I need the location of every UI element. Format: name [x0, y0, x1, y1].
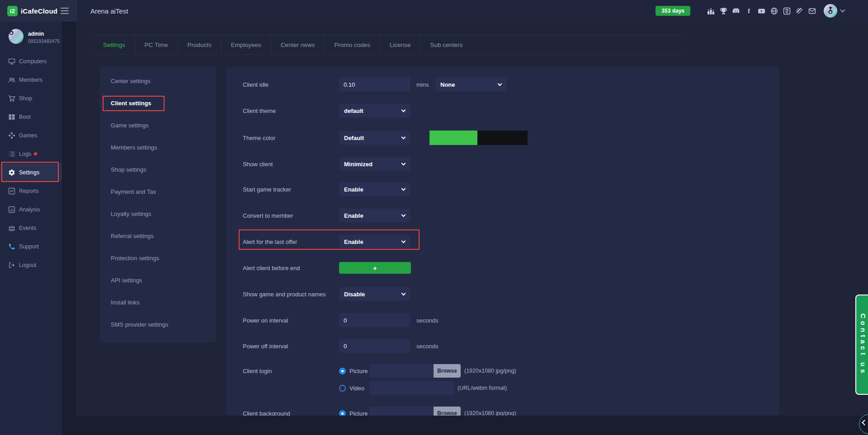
row-client-background-picture: Client background Picture Browse (1920x1…: [243, 407, 516, 416]
submenu-sms-provider-settings[interactable]: SMS provider settings: [100, 313, 216, 336]
show-game-product-names-select[interactable]: Disable: [339, 287, 410, 301]
client-theme-select[interactable]: default: [339, 104, 410, 117]
trophy-icon[interactable]: [720, 7, 727, 15]
start-game-tracker-select[interactable]: Enable: [339, 182, 410, 196]
row-alert-before-end: Alert client before end +: [243, 261, 411, 275]
theme-color-swatch[interactable]: [429, 131, 528, 145]
sidebar: admin 005193482475 Computers Members Sho…: [0, 22, 62, 435]
youtube-icon[interactable]: [758, 7, 765, 15]
tab-sub-centers[interactable]: Sub centers: [421, 35, 472, 54]
sidebar-user-id: 005193482475: [28, 38, 60, 44]
tab-promo-codes[interactable]: Promo codes: [325, 35, 380, 54]
client-login-video-radio[interactable]: [339, 385, 346, 392]
submenu-loyalty-settings[interactable]: Loyalty settings: [100, 203, 216, 225]
avatar-dropdown-chevron-icon[interactable]: [840, 7, 845, 12]
mail-icon[interactable]: [808, 7, 816, 15]
power-on-interval-input[interactable]: 0: [339, 313, 410, 327]
submenu-game-settings[interactable]: Game settings: [100, 114, 216, 136]
theme-color-black: [477, 131, 528, 145]
power-off-interval-input[interactable]: 0: [339, 339, 410, 353]
submenu-payment-and-tax[interactable]: Payment and Tax: [100, 181, 216, 203]
tab-employees[interactable]: Employees: [222, 35, 271, 54]
client-idle-action-select[interactable]: None: [435, 78, 506, 91]
sidebar-item-computers[interactable]: Computers: [0, 52, 62, 70]
submenu-api-settings[interactable]: API settings: [100, 269, 216, 291]
tab-center-news[interactable]: Center news: [271, 35, 325, 54]
submenu-referral-settings[interactable]: Referral settings: [100, 225, 216, 247]
tab-settings[interactable]: Settings: [94, 35, 135, 54]
chevron-down-icon: [401, 239, 406, 243]
chevron-down-icon: [401, 213, 406, 217]
sidebar-item-support[interactable]: Support: [0, 237, 62, 256]
client-background-file-input[interactable]: Browse: [369, 407, 461, 416]
row-show-game-product-names: Show game and product names Disable: [243, 287, 410, 301]
client-login-picture-radio[interactable]: [339, 368, 346, 374]
show-client-select[interactable]: Minimized: [339, 157, 410, 171]
client-login-picture-file-input[interactable]: Browse: [369, 364, 461, 378]
license-days-badge[interactable]: 353 days: [656, 6, 690, 16]
sidebar-item-shop[interactable]: Shop: [0, 89, 62, 108]
alert-last-offer-select[interactable]: Enable: [339, 235, 410, 248]
discord-icon[interactable]: [732, 7, 740, 15]
sidebar-item-members[interactable]: Members: [0, 70, 62, 89]
theme-color-select[interactable]: Default: [339, 131, 410, 145]
sidebar-item-reports[interactable]: Reports: [0, 182, 62, 200]
topbar-actions: 353 days f: [656, 0, 844, 22]
facebook-icon[interactable]: f: [745, 7, 753, 15]
tabbar: Settings PC Time Products Employees Cent…: [94, 35, 685, 55]
icafe-site-icon[interactable]: [783, 7, 791, 15]
sidebar-item-logs[interactable]: Logs: [0, 145, 62, 163]
submenu-install-links[interactable]: Install links: [100, 291, 216, 313]
client-settings-form: Client idle 0.10 mins None Client theme …: [226, 67, 779, 416]
sidebar-item-settings[interactable]: Settings: [0, 163, 62, 182]
sidebar-item-boot[interactable]: Boot: [0, 108, 62, 126]
settings-submenu: Center settings Client settings Game set…: [100, 67, 216, 342]
sidebar-avatar[interactable]: [9, 29, 24, 44]
row-client-theme: Client theme default: [243, 104, 410, 117]
globe-icon[interactable]: [770, 7, 778, 15]
row-show-client: Show client Minimized: [243, 157, 410, 171]
chevron-left-icon: [862, 420, 868, 426]
topbar-brand-area: i2 iCafeCloud: [0, 0, 77, 22]
client-login-picture-browse-button[interactable]: Browse: [434, 364, 461, 378]
chevron-down-icon: [401, 108, 406, 112]
hamburger-menu-icon[interactable]: [61, 8, 69, 14]
sidebar-item-analysis[interactable]: Analysis: [0, 200, 62, 219]
submenu-client-settings[interactable]: Client settings: [100, 92, 216, 114]
contact-us-tab[interactable]: Contact us: [855, 295, 868, 395]
chevron-down-icon: [401, 161, 406, 166]
tab-pc-time[interactable]: PC Time: [135, 35, 178, 54]
row-theme-color: Theme color Default: [243, 131, 528, 145]
user-avatar[interactable]: [824, 4, 837, 18]
client-background-picture-radio[interactable]: [339, 410, 346, 416]
sidebar-item-events[interactable]: Events: [0, 219, 62, 237]
topbar: i2 iCafeCloud Arena aiTest 353 days f: [0, 0, 868, 22]
brand-name: iCafeCloud: [21, 7, 57, 15]
center-title: Arena aiTest: [90, 0, 128, 22]
chevron-down-icon: [498, 82, 502, 86]
convert-to-member-select[interactable]: Enable: [339, 209, 410, 222]
icafecloud-logo-icon[interactable]: i2: [7, 6, 18, 16]
chevron-down-icon: [401, 291, 406, 296]
submenu-members-settings[interactable]: Members settings: [100, 136, 216, 159]
add-alert-button[interactable]: +: [339, 262, 411, 274]
tab-license[interactable]: License: [380, 35, 421, 54]
sidebar-item-games[interactable]: Games: [0, 126, 62, 145]
submenu-shop-settings[interactable]: Shop settings: [100, 159, 216, 181]
layers-icon[interactable]: [796, 7, 803, 15]
sidebar-item-logout[interactable]: Logout: [0, 256, 62, 274]
row-alert-last-offer: Alert for the last offer Enable: [243, 235, 410, 248]
row-client-login-video: Video (URL/webm format): [243, 381, 507, 395]
client-idle-input[interactable]: 0.10: [339, 78, 410, 91]
submenu-center-settings[interactable]: Center settings: [100, 70, 216, 92]
submenu-protection-settings[interactable]: Protection settings: [100, 247, 216, 269]
panel-collapse-button[interactable]: [859, 414, 868, 434]
client-login-video-url-input[interactable]: [369, 381, 454, 395]
sidebar-menu: Computers Members Shop Boot: [0, 52, 62, 274]
tab-products[interactable]: Products: [178, 35, 222, 54]
row-client-idle: Client idle 0.10 mins None: [243, 78, 506, 91]
chevron-down-icon: [401, 135, 406, 140]
ranking-icon[interactable]: [707, 7, 715, 15]
sidebar-username: admin: [28, 31, 44, 37]
client-background-browse-button[interactable]: Browse: [434, 407, 461, 416]
